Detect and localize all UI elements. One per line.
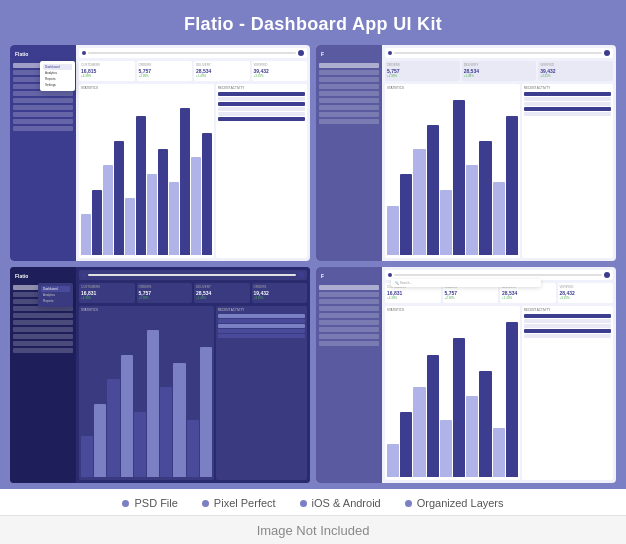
bar-3-5 <box>134 412 146 477</box>
sidebar-logo-1: Flatio <box>13 49 73 59</box>
stat-label-2-1: ORDERS <box>387 63 458 67</box>
mini-bottom-2: STATISTICS <box>385 84 613 258</box>
bar-4-1 <box>387 444 399 477</box>
stat-change-2-1: +2.96% <box>387 74 458 78</box>
mini-main-4: CUSTOMERS 16,831 +4.38% ORDERS 5,757 +2.… <box>382 267 616 483</box>
mini-dropdown-1: Dashboard Analytics Reports Settings <box>40 61 75 91</box>
stat-change-4-2: +2.96% <box>445 296 497 300</box>
screenshot-card-3: Flatio CUSTOM <box>10 267 310 483</box>
activity-item-2 <box>218 97 305 101</box>
stat-label-3-1: CUSTOMERS <box>81 285 133 289</box>
activity-item-4-2 <box>524 319 611 323</box>
mini-chart-3: STATISTICS <box>79 306 214 480</box>
stat-card-orders-1: ORDERS 5,757 +2.96% <box>137 61 193 81</box>
bar-4-9 <box>493 428 505 477</box>
activity-item-4-3 <box>524 324 611 328</box>
footer-dot-4 <box>405 500 412 507</box>
sidebar-item-4-3 <box>319 299 379 304</box>
screenshot-card-2: F ORDERS 5 <box>316 45 616 261</box>
stat-change-3-3: +1.49% <box>196 296 248 300</box>
activity-item-6 <box>218 117 305 121</box>
sidebar-logo-4: F <box>319 271 379 281</box>
stat-label-3: DELIVERY <box>196 63 248 67</box>
sidebar-item-9 <box>13 119 73 124</box>
chart-title-2: STATISTICS <box>387 86 518 90</box>
footer-bar: PSD File Pixel Perfect iOS & Android Org… <box>0 489 626 515</box>
sidebar-item-2-7 <box>319 105 379 110</box>
stat-card-4-4: VERIFIED 28,432 +3.25% <box>558 283 614 303</box>
bar-1 <box>81 214 91 255</box>
screenshot-card-4: F CUSTOMERS <box>316 267 616 483</box>
bar-3-7 <box>160 387 172 477</box>
screenshot-card-1: Flatio CUSTOM <box>10 45 310 261</box>
bar-2-9 <box>493 182 505 255</box>
activity-item-1 <box>218 92 305 96</box>
activity-item-4-5 <box>524 334 611 338</box>
mini-stat-cards-3: CUSTOMERS 16,831 +4.38% ORDERS 5,757 +2.… <box>79 283 307 303</box>
stat-card-3-1: CUSTOMERS 16,831 +4.38% <box>79 283 135 303</box>
sidebar-item-3-6 <box>13 320 73 325</box>
stat-card-verified-1: VERIFIED 39,432 +3.25% <box>252 61 308 81</box>
stat-change-4-4: +3.25% <box>560 296 612 300</box>
activity-title-3: RECENT ACTIVITY <box>218 308 305 312</box>
footer-label-3: iOS & Android <box>312 497 381 509</box>
sidebar-item-2-2 <box>319 70 379 75</box>
bar-2-5 <box>440 190 452 255</box>
bar-12 <box>202 133 212 255</box>
mini-bars-2 <box>387 92 518 256</box>
sidebar-item-6 <box>13 98 73 103</box>
activity-item-2-4 <box>524 107 611 111</box>
stat-card-2-1: ORDERS 5,757 +2.96% <box>385 61 460 81</box>
activity-item-3-2 <box>218 319 305 323</box>
bar-3-6 <box>147 330 159 477</box>
bar-2-4 <box>427 125 439 255</box>
topbar-line-2 <box>394 52 602 54</box>
stat-change-4: +3.25% <box>254 74 306 78</box>
stat-label-1: CUSTOMERS <box>81 63 133 67</box>
topbar-avatar-3 <box>298 272 304 278</box>
chart-title-3: STATISTICS <box>81 308 212 312</box>
sidebar-item-4-1 <box>319 285 379 290</box>
mini-bars-4 <box>387 314 518 478</box>
sidebar-item-5 <box>13 91 73 96</box>
bar-3-2 <box>94 404 106 477</box>
page-title: Flatio - Dashboard App UI Kit <box>184 0 442 45</box>
bar-4-5 <box>440 420 452 477</box>
stat-label-3-2: ORDERS <box>139 285 191 289</box>
mini-topbar-2 <box>385 48 613 58</box>
sidebar-item-4-9 <box>319 341 379 346</box>
mini-activity-1: RECENT ACTIVITY <box>216 84 307 258</box>
bar-9 <box>169 182 179 255</box>
mini-activity-3: RECENT ACTIVITY <box>216 306 307 480</box>
bar-3-3 <box>107 379 119 477</box>
sidebar-item-2-6 <box>319 98 379 103</box>
activity-title-4: RECENT ACTIVITY <box>524 308 611 312</box>
bar-4-2 <box>400 412 412 477</box>
footer-dot-3 <box>300 500 307 507</box>
bar-2-2 <box>400 174 412 256</box>
mini-topbar-3 <box>79 270 307 280</box>
topbar-line-3 <box>88 274 296 276</box>
bar-2-1 <box>387 206 399 255</box>
mini-activity-4: RECENT ACTIVITY <box>522 306 613 480</box>
topbar-dot-3 <box>82 273 86 277</box>
topbar-avatar-1 <box>298 50 304 56</box>
mini-search-bar-4: 🔍 Search... <box>391 279 541 287</box>
stat-label-3-4: ORDERS <box>254 285 306 289</box>
footer-dot-1 <box>122 500 129 507</box>
activity-title-2: RECENT ACTIVITY <box>524 86 611 90</box>
screenshots-grid: Flatio CUSTOM <box>0 45 626 483</box>
stat-label-4-4: VERIFIED <box>560 285 612 289</box>
stat-card-2-2: DELIVERY 28,534 +1.49% <box>462 61 537 81</box>
activity-item-4-1 <box>524 314 611 318</box>
mini-main-1: CUSTOMERS 16,815 +4.38% ORDERS 5,757 +2.… <box>76 45 310 261</box>
mini-sidebar-2: F <box>316 45 382 261</box>
mini-bottom-3: STATISTICS <box>79 306 307 480</box>
stat-label-2-2: DELIVERY <box>464 63 535 67</box>
footer-item-layers: Organized Layers <box>405 497 504 509</box>
activity-item-3-1 <box>218 314 305 318</box>
bar-8 <box>158 149 168 255</box>
topbar-avatar-2 <box>604 50 610 56</box>
footer-item-psd: PSD File <box>122 497 177 509</box>
mini-main-3: CUSTOMERS 16,831 +4.38% ORDERS 5,757 +2.… <box>76 267 310 483</box>
